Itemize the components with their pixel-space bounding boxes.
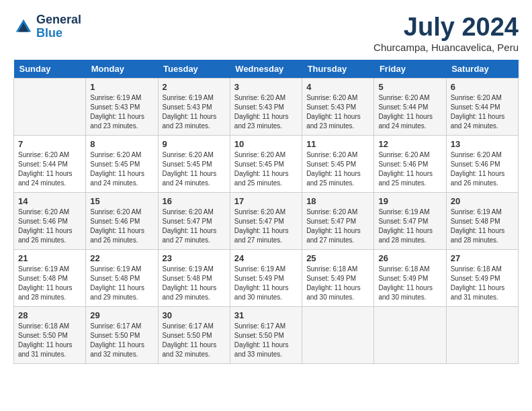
calendar-cell: 16Sunrise: 6:20 AM Sunset: 5:47 PM Dayli… (158, 192, 230, 249)
day-number: 29 (90, 310, 153, 320)
day-number: 6 (451, 82, 514, 92)
day-detail: Sunrise: 6:17 AM Sunset: 5:50 PM Dayligh… (234, 322, 298, 359)
calendar-cell: 10Sunrise: 6:20 AM Sunset: 5:45 PM Dayli… (230, 135, 302, 192)
day-number: 15 (90, 196, 153, 206)
logo-text: General Blue (36, 13, 81, 40)
weekday-header: Sunday (14, 60, 86, 79)
day-detail: Sunrise: 6:19 AM Sunset: 5:48 PM Dayligh… (163, 265, 226, 302)
calendar-cell: 12Sunrise: 6:20 AM Sunset: 5:46 PM Dayli… (374, 135, 446, 192)
calendar-cell: 14Sunrise: 6:20 AM Sunset: 5:46 PM Dayli… (14, 192, 86, 249)
day-number: 5 (378, 82, 441, 92)
day-detail: Sunrise: 6:18 AM Sunset: 5:49 PM Dayligh… (306, 265, 369, 302)
calendar-week-row: 14Sunrise: 6:20 AM Sunset: 5:46 PM Dayli… (14, 192, 519, 249)
day-number: 16 (163, 196, 226, 206)
calendar-cell: 8Sunrise: 6:20 AM Sunset: 5:45 PM Daylig… (86, 135, 158, 192)
day-detail: Sunrise: 6:20 AM Sunset: 5:45 PM Dayligh… (163, 150, 226, 188)
day-number: 30 (163, 310, 226, 320)
weekday-header-row: SundayMondayTuesdayWednesdayThursdayFrid… (14, 60, 519, 79)
logo: General Blue (13, 13, 81, 40)
day-number: 27 (451, 253, 514, 263)
calendar-cell: 26Sunrise: 6:18 AM Sunset: 5:49 PM Dayli… (374, 249, 446, 306)
calendar-cell: 5Sunrise: 6:20 AM Sunset: 5:44 PM Daylig… (374, 78, 446, 135)
day-number: 2 (163, 82, 226, 92)
calendar-cell: 15Sunrise: 6:20 AM Sunset: 5:46 PM Dayli… (86, 192, 158, 249)
day-detail: Sunrise: 6:20 AM Sunset: 5:44 PM Dayligh… (378, 93, 441, 131)
day-number: 4 (306, 82, 369, 92)
calendar-cell: 29Sunrise: 6:17 AM Sunset: 5:50 PM Dayli… (86, 306, 158, 363)
weekday-header: Monday (86, 60, 158, 79)
day-detail: Sunrise: 6:20 AM Sunset: 5:47 PM Dayligh… (163, 208, 226, 245)
calendar-cell: 17Sunrise: 6:20 AM Sunset: 5:47 PM Dayli… (230, 192, 302, 249)
day-number: 22 (90, 253, 153, 263)
calendar-week-row: 28Sunrise: 6:18 AM Sunset: 5:50 PM Dayli… (14, 306, 519, 363)
day-number: 11 (306, 139, 369, 149)
day-detail: Sunrise: 6:20 AM Sunset: 5:45 PM Dayligh… (234, 150, 298, 188)
calendar-cell: 31Sunrise: 6:17 AM Sunset: 5:50 PM Dayli… (230, 306, 302, 363)
day-detail: Sunrise: 6:20 AM Sunset: 5:44 PM Dayligh… (18, 150, 81, 188)
day-number: 9 (163, 139, 226, 149)
calendar-cell: 18Sunrise: 6:20 AM Sunset: 5:47 PM Dayli… (302, 192, 374, 249)
calendar-cell: 20Sunrise: 6:19 AM Sunset: 5:48 PM Dayli… (446, 192, 518, 249)
title-block: July 2024 Churcampa, Huancavelica, Peru (373, 13, 519, 53)
weekday-header: Saturday (446, 60, 518, 79)
day-detail: Sunrise: 6:20 AM Sunset: 5:43 PM Dayligh… (234, 93, 298, 131)
day-detail: Sunrise: 6:19 AM Sunset: 5:48 PM Dayligh… (18, 265, 81, 302)
calendar-cell (14, 78, 86, 135)
day-detail: Sunrise: 6:20 AM Sunset: 5:47 PM Dayligh… (306, 208, 369, 245)
weekday-header: Tuesday (158, 60, 230, 79)
day-detail: Sunrise: 6:18 AM Sunset: 5:49 PM Dayligh… (451, 265, 514, 302)
day-number: 25 (306, 253, 369, 263)
day-number: 17 (234, 196, 298, 206)
calendar-week-row: 21Sunrise: 6:19 AM Sunset: 5:48 PM Dayli… (14, 249, 519, 306)
day-detail: Sunrise: 6:20 AM Sunset: 5:46 PM Dayligh… (451, 150, 514, 188)
calendar-week-row: 7Sunrise: 6:20 AM Sunset: 5:44 PM Daylig… (14, 135, 519, 192)
day-detail: Sunrise: 6:19 AM Sunset: 5:47 PM Dayligh… (378, 208, 441, 245)
calendar-cell: 23Sunrise: 6:19 AM Sunset: 5:48 PM Dayli… (158, 249, 230, 306)
logo-line1: General (36, 13, 81, 27)
calendar-cell: 11Sunrise: 6:20 AM Sunset: 5:45 PM Dayli… (302, 135, 374, 192)
calendar-cell: 19Sunrise: 6:19 AM Sunset: 5:47 PM Dayli… (374, 192, 446, 249)
day-number: 31 (234, 310, 298, 320)
day-number: 28 (18, 310, 81, 320)
calendar-cell: 21Sunrise: 6:19 AM Sunset: 5:48 PM Dayli… (14, 249, 86, 306)
day-detail: Sunrise: 6:20 AM Sunset: 5:43 PM Dayligh… (306, 93, 369, 131)
month-title: July 2024 (373, 13, 519, 42)
day-detail: Sunrise: 6:19 AM Sunset: 5:48 PM Dayligh… (90, 265, 153, 302)
calendar-cell (446, 306, 518, 363)
day-detail: Sunrise: 6:20 AM Sunset: 5:46 PM Dayligh… (90, 208, 153, 245)
calendar-cell: 7Sunrise: 6:20 AM Sunset: 5:44 PM Daylig… (14, 135, 86, 192)
day-number: 7 (18, 139, 81, 149)
day-detail: Sunrise: 6:20 AM Sunset: 5:45 PM Dayligh… (306, 150, 369, 188)
weekday-header: Friday (374, 60, 446, 79)
logo-line2: Blue (36, 27, 81, 40)
calendar-cell: 4Sunrise: 6:20 AM Sunset: 5:43 PM Daylig… (302, 78, 374, 135)
day-detail: Sunrise: 6:20 AM Sunset: 5:47 PM Dayligh… (234, 208, 298, 245)
day-detail: Sunrise: 6:19 AM Sunset: 5:48 PM Dayligh… (451, 208, 514, 245)
calendar-cell: 3Sunrise: 6:20 AM Sunset: 5:43 PM Daylig… (230, 78, 302, 135)
day-detail: Sunrise: 6:20 AM Sunset: 5:45 PM Dayligh… (90, 150, 153, 188)
day-number: 18 (306, 196, 369, 206)
day-number: 1 (90, 82, 153, 92)
calendar-cell: 27Sunrise: 6:18 AM Sunset: 5:49 PM Dayli… (446, 249, 518, 306)
day-number: 24 (234, 253, 298, 263)
weekday-header: Thursday (302, 60, 374, 79)
calendar-cell (374, 306, 446, 363)
calendar-table: SundayMondayTuesdayWednesdayThursdayFrid… (13, 60, 519, 364)
location: Churcampa, Huancavelica, Peru (373, 42, 519, 53)
calendar-cell: 25Sunrise: 6:18 AM Sunset: 5:49 PM Dayli… (302, 249, 374, 306)
calendar-cell: 24Sunrise: 6:19 AM Sunset: 5:49 PM Dayli… (230, 249, 302, 306)
day-number: 19 (378, 196, 441, 206)
day-number: 23 (163, 253, 226, 263)
day-number: 3 (234, 82, 298, 92)
day-number: 21 (18, 253, 81, 263)
calendar-cell: 28Sunrise: 6:18 AM Sunset: 5:50 PM Dayli… (14, 306, 86, 363)
calendar-cell: 2Sunrise: 6:19 AM Sunset: 5:43 PM Daylig… (158, 78, 230, 135)
day-number: 14 (18, 196, 81, 206)
calendar-week-row: 1Sunrise: 6:19 AM Sunset: 5:43 PM Daylig… (14, 78, 519, 135)
day-number: 10 (234, 139, 298, 149)
day-detail: Sunrise: 6:20 AM Sunset: 5:44 PM Dayligh… (451, 93, 514, 131)
calendar-cell: 1Sunrise: 6:19 AM Sunset: 5:43 PM Daylig… (86, 78, 158, 135)
page-header: General Blue July 2024 Churcampa, Huanca… (13, 13, 519, 53)
logo-icon (13, 17, 34, 37)
day-number: 12 (378, 139, 441, 149)
